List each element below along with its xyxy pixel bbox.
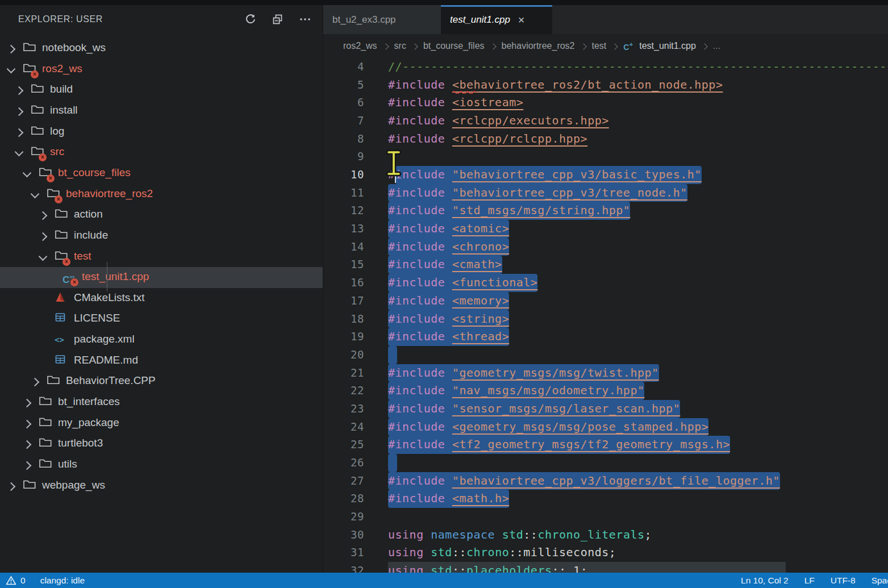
tree-item-src[interactable]: ×src: [0, 142, 323, 163]
code-line-content[interactable]: using std::placeholders::_1;: [388, 562, 888, 573]
line-number[interactable]: 30: [323, 526, 364, 544]
code-line-content[interactable]: #include "behaviortree_cpp_v3/basic_type…: [388, 166, 888, 184]
tree-item-test[interactable]: ×test: [0, 247, 323, 268]
code-line-content[interactable]: //--------------------------------------…: [388, 58, 888, 76]
tree-item-action[interactable]: action: [0, 205, 323, 226]
line-number[interactable]: 13: [323, 220, 364, 238]
tree-item-turtlebot3[interactable]: turtlebot3: [0, 433, 323, 454]
code-line-content[interactable]: using std::chrono::milliseconds;: [388, 544, 888, 562]
code-line-content[interactable]: #include "behaviortree_cpp_v3/loggers/bt…: [388, 472, 888, 490]
line-number[interactable]: 32: [323, 562, 364, 573]
line-number[interactable]: 22: [323, 382, 364, 400]
tree-item-bt-interfaces[interactable]: bt_interfaces: [0, 392, 323, 413]
line-number[interactable]: 17: [323, 292, 364, 310]
line-number[interactable]: 19: [323, 328, 364, 346]
code-line-content[interactable]: #include <cmath>: [388, 256, 888, 274]
tree-item-readme-md[interactable]: README.md: [0, 351, 323, 372]
line-number[interactable]: 11: [323, 184, 364, 202]
code-line-content[interactable]: #include "behaviortree_cpp_v3/tree_node.…: [388, 184, 888, 202]
line-number[interactable]: 20: [323, 346, 364, 364]
tree-item-webpage-ws[interactable]: webpage_ws: [0, 476, 323, 497]
code-line-content[interactable]: #include <memory>: [388, 292, 888, 310]
tree-item-test-unit1-cpp[interactable]: C++×test_unit1.cpp: [0, 267, 323, 288]
line-number[interactable]: 28: [323, 490, 364, 508]
code-line-content[interactable]: #include <geometry_msgs/msg/pose_stamped…: [388, 418, 888, 436]
line-number[interactable]: 9: [323, 148, 364, 166]
code-line-content[interactable]: #include <atomic>: [388, 220, 888, 238]
tree-item-utils[interactable]: utils: [0, 454, 323, 476]
breadcrumb-item-test[interactable]: test: [592, 41, 607, 51]
line-number[interactable]: 7: [323, 112, 364, 130]
line-number[interactable]: 10: [323, 166, 364, 184]
code-line-content[interactable]: #include <tf2_geometry_msgs/tf2_geometry…: [388, 436, 888, 454]
line-number[interactable]: 16: [323, 274, 364, 292]
breadcrumb-file[interactable]: test_unit1.cpp: [639, 41, 696, 51]
code-line-content[interactable]: #include <behaviortree_ros2/bt_action_no…: [388, 76, 888, 94]
code-line-content[interactable]: #include <functional>: [388, 274, 888, 292]
line-number[interactable]: 31: [323, 544, 364, 562]
breadcrumb-item-bt_course_files[interactable]: bt_course_files: [423, 41, 485, 51]
tree-item-behaviortree-cpp[interactable]: BehaviorTree.CPP: [0, 371, 323, 392]
code-line-content[interactable]: [388, 148, 888, 166]
code-line-content[interactable]: #include <iostream>: [388, 94, 888, 112]
tab-bt-u2-ex3-cpp[interactable]: bt_u2_ex3.cpp: [323, 5, 441, 34]
code-line-content[interactable]: #include "geometry_msgs/msg/twist.hpp": [388, 364, 888, 382]
line-number[interactable]: 29: [323, 508, 364, 526]
collapse-folders-button[interactable]: [272, 13, 284, 26]
code-line-content[interactable]: [388, 346, 888, 364]
line-number[interactable]: 24: [323, 418, 364, 436]
line-number[interactable]: 21: [323, 364, 364, 382]
code-line-content[interactable]: #include "std_msgs/msg/string.hpp": [388, 202, 888, 220]
close-tab-icon[interactable]: ×: [518, 14, 525, 26]
line-number[interactable]: 6: [323, 94, 364, 112]
code-editor[interactable]: 4//-------------------------------------…: [323, 53, 888, 573]
breadcrumb-more[interactable]: ...: [713, 41, 720, 51]
encoding-indicator[interactable]: UTF-8: [831, 576, 856, 586]
tree-item-install[interactable]: install: [0, 101, 323, 122]
more-actions-button[interactable]: [299, 13, 311, 26]
tree-item-package-xml[interactable]: <>package.xml: [0, 330, 323, 351]
line-number[interactable]: 23: [323, 400, 364, 418]
tab-test-unit1-cpp[interactable]: test_unit1.cpp×: [441, 5, 552, 34]
eol-indicator[interactable]: LF: [804, 576, 815, 586]
code-line-content[interactable]: #include <chrono>: [388, 238, 888, 256]
breadcrumb-item-ros2_ws[interactable]: ros2_ws: [343, 41, 377, 51]
line-number[interactable]: 15: [323, 256, 364, 274]
tree-item-behaviortree-ros2[interactable]: ×behaviortree_ros2: [0, 184, 323, 205]
line-number[interactable]: 8: [323, 130, 364, 148]
code-line-content[interactable]: #include <thread>: [388, 328, 888, 346]
code-line-content[interactable]: #include "sensor_msgs/msg/laser_scan.hpp…: [388, 400, 888, 418]
line-number[interactable]: 5: [323, 76, 364, 94]
clangd-status[interactable]: clangd: idle: [40, 576, 85, 586]
code-line-content[interactable]: using namespace std::chrono_literals;: [388, 526, 888, 544]
code-line-content[interactable]: [388, 454, 888, 472]
line-number[interactable]: 4: [323, 58, 364, 76]
problems-indicator[interactable]: 0: [6, 576, 26, 586]
breadcrumb-item-behaviortree_ros2[interactable]: behaviortree_ros2: [502, 41, 575, 51]
breadcrumb-item-src[interactable]: src: [394, 41, 406, 51]
tree-item-notebook-ws[interactable]: notebook_ws: [0, 38, 323, 59]
code-line-content[interactable]: #include "nav_msgs/msg/odometry.hpp": [388, 382, 888, 400]
tree-item-license[interactable]: LICENSE: [0, 308, 323, 330]
tree-item-include[interactable]: include: [0, 226, 323, 247]
line-number[interactable]: 25: [323, 436, 364, 454]
tree-item-ros2-ws[interactable]: ×ros2_ws: [0, 59, 323, 80]
tree-item-cmakelists-txt[interactable]: CMakeLists.txt: [0, 288, 323, 309]
code-line-content[interactable]: #include <rclcpp/executors.hpp>: [388, 112, 888, 130]
indentation-indicator[interactable]: Spac: [872, 576, 888, 586]
code-line-content[interactable]: [388, 508, 888, 526]
code-line-content[interactable]: #include <rclcpp/rclcpp.hpp>: [388, 130, 888, 148]
tree-item-my-package[interactable]: my_package: [0, 413, 323, 434]
line-number[interactable]: 12: [323, 202, 364, 220]
line-number[interactable]: 26: [323, 454, 364, 472]
line-number[interactable]: 27: [323, 472, 364, 490]
line-number[interactable]: 18: [323, 310, 364, 328]
tree-item-log[interactable]: log: [0, 122, 323, 143]
line-number[interactable]: 14: [323, 238, 364, 256]
code-line-content[interactable]: #include <string>: [388, 310, 888, 328]
code-line-content[interactable]: #include <math.h>: [388, 490, 888, 508]
refresh-explorer-button[interactable]: [244, 13, 257, 26]
tree-item-bt-course-files[interactable]: ×bt_course_files: [0, 163, 323, 184]
tree-item-build[interactable]: build: [0, 80, 323, 101]
cursor-position[interactable]: Ln 10, Col 2: [741, 576, 789, 586]
